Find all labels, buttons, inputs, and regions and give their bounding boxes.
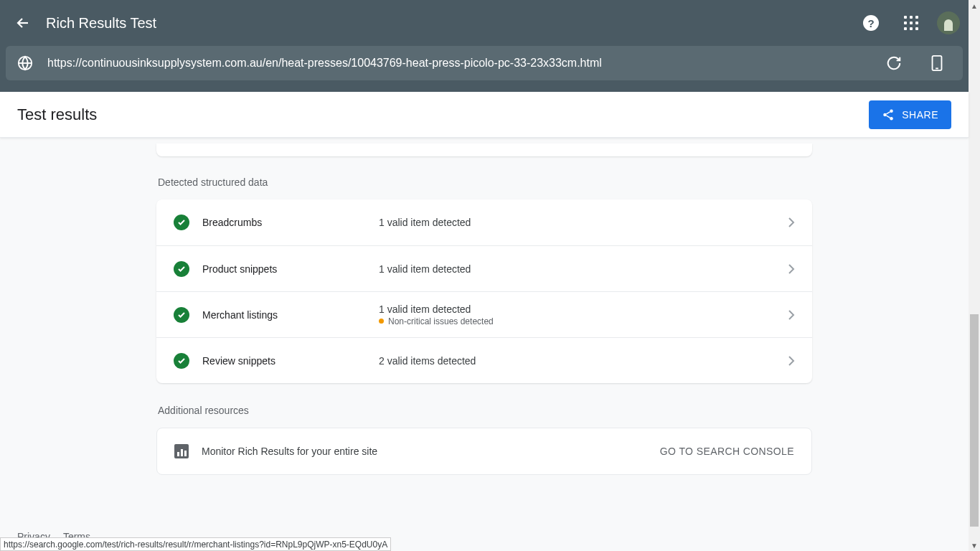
browser-status-bar: https://search.google.com/test/rich-resu…: [0, 537, 391, 551]
scroll-up-button[interactable]: ▲: [969, 0, 980, 11]
resources-label: Additional resources: [158, 405, 812, 416]
chevron-right-icon: [788, 356, 795, 366]
page-title: Test results: [17, 105, 97, 124]
scrollbar[interactable]: ▲ ▼: [969, 0, 980, 551]
share-icon: [882, 108, 895, 121]
content-area: Detected structured data Breadcrumbs 1 v…: [0, 138, 969, 551]
go-to-search-console-link[interactable]: GO TO SEARCH CONSOLE: [660, 446, 794, 457]
structured-data-card: Breadcrumbs 1 valid item detected Produc…: [156, 199, 812, 383]
row-detail: 2 valid items detected: [379, 355, 788, 367]
row-detail: 1 valid item detected: [379, 217, 788, 228]
refresh-icon: [886, 55, 902, 71]
row-name: Breadcrumbs: [202, 217, 379, 228]
row-name: Review snippets: [202, 355, 379, 367]
row-detail: 1 valid item detected Non-critical issue…: [379, 303, 788, 326]
apps-button[interactable]: [897, 9, 925, 37]
share-button[interactable]: SHARE: [869, 100, 951, 129]
account-avatar[interactable]: [937, 11, 960, 34]
app-header: Rich Results Test ? https://continuousin…: [0, 0, 969, 92]
svg-point-3: [890, 109, 894, 113]
warning-dot-icon: [379, 319, 384, 324]
row-name: Merchant listings: [202, 309, 379, 321]
row-detail: 1 valid item detected: [379, 263, 788, 275]
share-label: SHARE: [902, 109, 938, 121]
url-bar: https://continuousinksupplysystem.com.au…: [6, 46, 963, 80]
row-detail-text: 1 valid item detected: [379, 303, 788, 315]
globe-icon: [17, 55, 33, 71]
chevron-right-icon: [788, 264, 795, 274]
apps-icon: [904, 16, 918, 30]
app-title: Rich Results Test: [46, 15, 156, 32]
chevron-right-icon: [788, 310, 795, 320]
check-icon: [174, 215, 189, 230]
row-product-snippets[interactable]: Product snippets 1 valid item detected: [156, 245, 812, 291]
structured-data-label: Detected structured data: [158, 176, 812, 188]
chevron-right-icon: [788, 217, 795, 227]
header-actions: ?: [857, 0, 960, 46]
row-breadcrumbs[interactable]: Breadcrumbs 1 valid item detected: [156, 199, 812, 245]
scroll-down-button[interactable]: ▼: [969, 540, 980, 551]
row-warning: Non-critical issues detected: [379, 316, 788, 326]
refresh-button[interactable]: [880, 49, 908, 77]
row-review-snippets[interactable]: Review snippets 2 valid items detected: [156, 337, 812, 383]
row-name: Product snippets: [202, 263, 379, 275]
svg-point-5: [890, 117, 894, 121]
svg-point-4: [884, 113, 887, 116]
row-warning-text: Non-critical issues detected: [388, 316, 494, 326]
titlebar: Rich Results Test ?: [0, 0, 969, 46]
back-button[interactable]: [6, 6, 40, 40]
resource-card: Monitor Rich Results for your entire sit…: [156, 428, 812, 475]
device-button[interactable]: [923, 49, 951, 77]
help-icon: ?: [863, 15, 879, 31]
previous-card-edge: [156, 143, 812, 156]
arrow-left-icon: [14, 14, 32, 32]
scrollbar-thumb[interactable]: [970, 314, 979, 527]
help-button[interactable]: ?: [857, 9, 885, 37]
subheader: Test results SHARE: [0, 92, 969, 138]
tested-url[interactable]: https://continuousinksupplysystem.com.au…: [47, 57, 865, 70]
resource-text: Monitor Rich Results for your entire sit…: [202, 446, 660, 457]
check-icon: [174, 353, 189, 369]
check-icon: [174, 261, 189, 277]
chart-icon: [174, 444, 189, 458]
check-icon: [174, 307, 189, 323]
smartphone-icon: [930, 55, 943, 72]
row-merchant-listings[interactable]: Merchant listings 1 valid item detected …: [156, 291, 812, 337]
